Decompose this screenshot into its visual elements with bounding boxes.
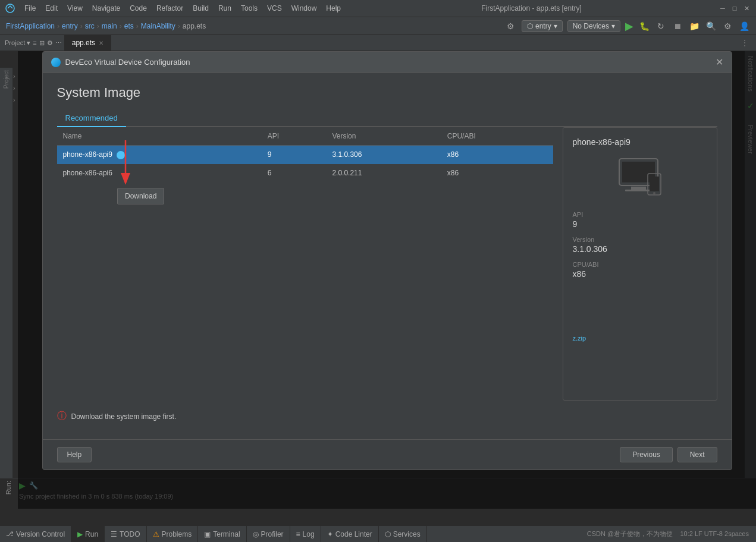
folder-icon[interactable]: 📁	[688, 20, 700, 32]
breadcrumb-src[interactable]: src	[85, 22, 95, 30]
table-row[interactable]: phone-x86-api9 9 3.1.0.306 x86	[57, 146, 553, 164]
table-row[interactable]: phone-x86-api6 6 2.0.0.211 x86	[57, 164, 553, 182]
svg-rect-6	[650, 177, 659, 191]
bottom-tab-services[interactable]: ⬡ Services	[379, 526, 427, 543]
user-icon[interactable]: 👤	[738, 20, 750, 32]
problems-label: Problems	[162, 530, 192, 538]
entry-chevron: ▾	[554, 22, 557, 30]
row2-api: 6	[262, 164, 327, 182]
maximize-button[interactable]: □	[730, 4, 739, 13]
row2-version: 2.0.0.211	[326, 164, 441, 182]
detail-device-name: phone-x86-api9	[573, 137, 707, 147]
search-icon[interactable]: 🔍	[705, 20, 717, 32]
dialog-close-button[interactable]: ✕	[716, 56, 723, 68]
stop-icon[interactable]: ⏹	[672, 20, 683, 32]
row2-cpu: x86	[441, 164, 553, 182]
bottom-tab-version-control[interactable]: ⎇ Version Control	[0, 526, 71, 543]
menu-navigate[interactable]: Navigate	[88, 3, 124, 14]
menu-vcs[interactable]: VCS	[263, 3, 286, 14]
debug-icon[interactable]: 🐛	[638, 20, 650, 32]
breadcrumb-main-ability[interactable]: MainAbility	[141, 22, 175, 30]
gear-icon[interactable]: ⚙	[722, 20, 733, 32]
tab-close-icon[interactable]: ✕	[99, 40, 103, 46]
detail-version-field: Version 3.1.0.306	[573, 236, 707, 254]
next-button[interactable]: Next	[677, 447, 717, 462]
bottom-tab-problems[interactable]: ⚠ Problems	[147, 526, 199, 543]
window-controls: ─ □ ✕	[718, 4, 751, 13]
menu-code[interactable]: Code	[126, 3, 151, 14]
menu-file[interactable]: File	[20, 3, 40, 14]
table-header-row: Name API Version CPU/ABI	[57, 127, 553, 146]
sidebar-project-icon[interactable]: Project	[3, 70, 10, 89]
todo-label: TODO	[120, 530, 140, 538]
menu-view[interactable]: View	[63, 3, 87, 14]
bottom-tab-run[interactable]: ▶ Run	[71, 526, 105, 543]
project-toggle[interactable]: Project ▾	[5, 39, 30, 47]
entry-selector[interactable]: ⬡ entry ▾	[522, 20, 563, 32]
row1-api: 9	[262, 146, 327, 164]
detail-cpu-field: CPU/ABI x86	[573, 261, 707, 279]
bottom-tab-code-linter[interactable]: ✦ Code Linter	[321, 526, 379, 543]
menu-edit[interactable]: Edit	[41, 3, 62, 14]
zip-link[interactable]: z.zip	[573, 335, 586, 342]
menu-run[interactable]: Run	[214, 3, 236, 14]
tab-app-ets[interactable]: app.ets ✕	[65, 34, 111, 51]
entry-text: entry	[535, 22, 551, 30]
device-illustration	[610, 154, 670, 201]
help-button[interactable]: Help	[57, 447, 92, 462]
close-button[interactable]: ✕	[742, 4, 751, 13]
log-label: Log	[303, 530, 315, 538]
settings-tab-icon[interactable]: ⚙	[47, 39, 53, 47]
table-container: Name API Version CPU/ABI phone-x86-api9	[57, 127, 717, 401]
menu-build[interactable]: Build	[189, 3, 213, 14]
row1-name: phone-x86-api9	[57, 146, 262, 164]
minimize-button[interactable]: ─	[718, 4, 727, 13]
table-section: Name API Version CPU/ABI phone-x86-api9	[57, 127, 553, 401]
menu-window[interactable]: Window	[287, 3, 321, 14]
run-icon: ▶	[77, 530, 83, 538]
right-panel-icon[interactable]: ⋮	[741, 38, 749, 48]
row1-version: 3.1.0.306	[326, 146, 441, 164]
col-api: API	[262, 127, 327, 146]
settings-icon[interactable]: ⚙	[505, 20, 517, 32]
menu-tools[interactable]: Tools	[237, 3, 262, 14]
terminal-label: Terminal	[213, 530, 240, 538]
run-label-bottom: Run	[85, 530, 98, 538]
menu-bar: File Edit View Navigate Code Refactor Bu…	[0, 0, 756, 17]
previous-button[interactable]: Previous	[620, 447, 673, 462]
services-label: Services	[393, 530, 421, 538]
more-tab-icon[interactable]: ⋯	[55, 39, 62, 47]
sync-icon[interactable]: ↻	[655, 20, 667, 32]
profiler-label: Profiler	[261, 530, 284, 538]
system-image-table: Name API Version CPU/ABI phone-x86-api9	[57, 127, 553, 182]
detail-api-value: 9	[573, 219, 707, 229]
breadcrumb-ets[interactable]: ets	[124, 22, 134, 30]
git-icon: ⎇	[6, 530, 14, 538]
warning-text: Download the system image first.	[71, 412, 177, 421]
col-name: Name	[57, 127, 262, 146]
breadcrumb-main[interactable]: main	[102, 22, 117, 30]
tab-recommended[interactable]: Recommended	[57, 110, 126, 127]
deveco-logo	[51, 58, 61, 67]
bottom-tab-profiler[interactable]: ◎ Profiler	[247, 526, 290, 543]
run-button[interactable]: ▶	[625, 20, 633, 33]
collapse-icon[interactable]: ≡	[33, 39, 36, 46]
app-logo	[5, 3, 15, 14]
breadcrumb-app[interactable]: FirstApplication	[6, 22, 55, 30]
profiler-icon: ◎	[253, 530, 259, 538]
selected-indicator	[117, 151, 125, 159]
menu-help[interactable]: Help	[322, 3, 345, 14]
breadcrumb-entry[interactable]: entry	[62, 22, 78, 30]
bottom-tab-terminal[interactable]: ▣ Terminal	[198, 526, 246, 543]
row1-cpu: x86	[441, 146, 553, 164]
warning-row: ⓘ Download the system image first.	[57, 401, 717, 427]
log-icon: ≡	[296, 530, 300, 538]
bottom-tab-log[interactable]: ≡ Log	[290, 526, 321, 543]
no-devices-button[interactable]: No Devices ▾	[567, 20, 620, 32]
detail-panel: phone-x86-api9	[563, 127, 717, 401]
window-title: FirstApplication - app.ets [entry]	[346, 4, 717, 12]
expand-icon[interactable]: ⊞	[39, 39, 45, 47]
bottom-tab-todo[interactable]: ☰ TODO	[105, 526, 146, 543]
menu-refactor[interactable]: Refactor	[152, 3, 187, 14]
dialog-section-title: System Image	[57, 85, 717, 100]
